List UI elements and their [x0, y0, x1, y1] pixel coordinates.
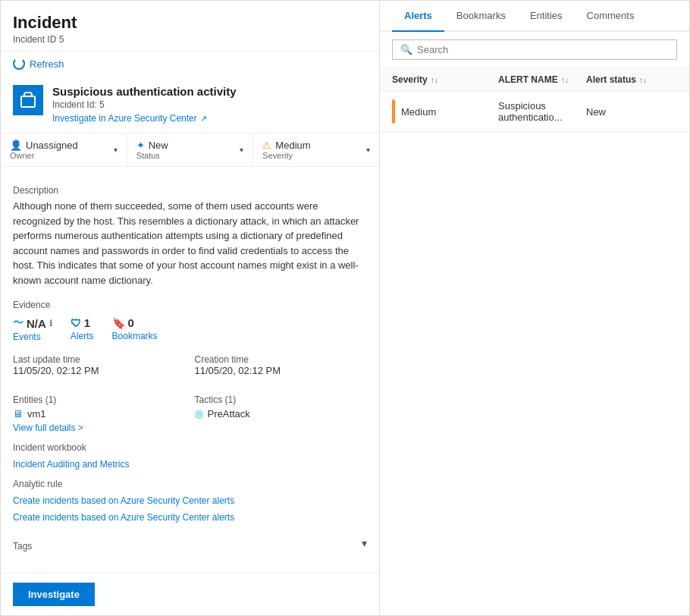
bookmarks-value: 0: [128, 316, 134, 329]
status-chevron: ▾: [240, 146, 243, 154]
incident-icon: [13, 85, 43, 115]
refresh-icon: [13, 58, 25, 70]
last-update-value: 11/05/20, 02:12 PM: [13, 365, 99, 376]
right-panel: Alerts Bookmarks Entities Comments 🔍: [380, 1, 689, 615]
tags-section: Tags ▾: [13, 532, 367, 555]
table-row[interactable]: Medium Suspicious authenticatio... New: [380, 92, 689, 132]
incident-info: Suspicious authentication activity Incid…: [1, 76, 379, 134]
alerts-value: 1: [84, 316, 90, 329]
workbook-label: Incident workbook: [13, 442, 367, 453]
computer-icon: 🖥: [13, 408, 23, 420]
workbook-section: Incident workbook Incident Auditing and …: [13, 442, 367, 470]
investigate-button[interactable]: Investigate: [13, 583, 95, 606]
user-icon: 👤: [10, 140, 22, 151]
analytic-label: Analytic rule: [13, 479, 367, 489]
tactics-section: Tactics (1) ◎ PreAttack: [195, 385, 368, 433]
severity-sort-icon[interactable]: ↑↓: [431, 76, 438, 84]
alerts-evidence: 🛡 1 Alerts: [71, 316, 94, 342]
last-update-item: Last update time 11/05/20, 02:12 PM: [13, 354, 186, 376]
evidence-label: Evidence: [13, 300, 367, 310]
analytic-link-1: Create incidents based on Azure Security…: [13, 492, 367, 506]
status-label: Status: [136, 151, 168, 160]
incident-content: Description Although none of them succee…: [1, 167, 379, 573]
severity-icon: ⚠: [262, 140, 271, 151]
incident-details: Suspicious authentication activity Incid…: [52, 85, 367, 124]
entities-section: Entities (1) 🖥 vm1 View full details >: [13, 385, 186, 433]
external-link-icon: ↗: [200, 114, 207, 124]
description-label: Description: [13, 185, 367, 196]
alert-name-col-header: ALERT NAME ↑↓: [498, 74, 586, 85]
tabs-bar: Alerts Bookmarks Entities Comments: [380, 1, 689, 32]
owner-label: Owner: [10, 151, 78, 160]
workbook-link[interactable]: Incident Auditing and Metrics: [13, 459, 129, 470]
severity-cell: Medium: [392, 99, 498, 124]
owner-value: Unassigned: [26, 140, 78, 151]
evidence-section: Evidence 〜 N/A ℹ Events: [13, 300, 367, 342]
alert-name-cell: Suspicious authenticatio...: [498, 100, 586, 123]
tab-alerts[interactable]: Alerts: [392, 1, 444, 32]
tactic-name: PreAttack: [208, 408, 250, 420]
alerts-icon: 🛡: [71, 317, 81, 329]
analytic-section: Analytic rule Create incidents based on …: [13, 479, 367, 523]
search-input[interactable]: [417, 44, 669, 55]
owner-dropdown[interactable]: 👤 Unassigned Owner ▾: [1, 134, 127, 166]
table-header: Severity ↑↓ ALERT NAME ↑↓ Alert status ↑…: [380, 68, 689, 92]
incident-header: Incident Incident ID 5: [1, 1, 379, 52]
tactics-label: Tactics (1): [195, 394, 368, 405]
events-link[interactable]: Events: [13, 332, 52, 342]
investigate-link[interactable]: Investigate in Azure Security Center ↗: [52, 113, 207, 124]
bookmarks-link[interactable]: Bookmarks: [112, 331, 158, 341]
search-wrapper: 🔍: [392, 39, 677, 60]
alerts-table: Severity ↑↓ ALERT NAME ↑↓ Alert status ↑…: [380, 68, 689, 615]
briefcase-icon: [19, 91, 37, 109]
meta-grid: Last update time 11/05/20, 02:12 PM Crea…: [13, 354, 367, 376]
entities-tactics-grid: Entities (1) 🖥 vm1 View full details > T…: [13, 385, 367, 433]
status-icon: ✦: [136, 140, 145, 151]
search-bar: 🔍: [380, 32, 689, 68]
refresh-label: Refresh: [30, 58, 64, 70]
tab-entities[interactable]: Entities: [518, 1, 575, 32]
severity-value: Medium: [275, 140, 310, 151]
entities-label: Entities (1): [13, 394, 186, 405]
severity-col-header: Severity ↑↓: [392, 74, 498, 85]
incident-subid: Incident Id: 5: [52, 99, 367, 110]
page-title: Incident: [13, 13, 367, 33]
alert-status-cell: New: [586, 106, 677, 118]
events-evidence: 〜 N/A ℹ Events: [13, 316, 52, 342]
severity-text: Medium: [401, 106, 436, 118]
alerts-link[interactable]: Alerts: [71, 331, 94, 341]
severity-bar: [392, 99, 395, 124]
status-sort-icon[interactable]: ↑↓: [639, 76, 647, 84]
creation-value: 11/05/20, 02:12 PM: [195, 365, 281, 376]
tactic-item: ◎ PreAttack: [195, 408, 368, 420]
incident-name: Suspicious authentication activity: [52, 85, 367, 98]
investigate-footer: Investigate: [1, 573, 379, 615]
status-col-header: Alert status ↑↓: [586, 74, 677, 85]
entity-item: 🖥 vm1: [13, 408, 186, 420]
creation-label: Creation time: [195, 354, 368, 365]
bookmarks-evidence: 🔖 0 Bookmarks: [112, 316, 158, 342]
severity-dropdown[interactable]: ⚠ Medium Severity ▾: [253, 134, 379, 166]
status-value: New: [149, 140, 168, 151]
bookmark-icon: 🔖: [112, 317, 125, 329]
last-update-label: Last update time: [13, 354, 186, 365]
entity-name: vm1: [27, 408, 46, 420]
events-icon: 〜: [13, 316, 24, 330]
refresh-button[interactable]: Refresh: [1, 52, 379, 76]
description-text: Although none of them succeeded, some of…: [13, 199, 367, 288]
view-full-link[interactable]: View full details >: [13, 423, 83, 433]
info-icon: ℹ: [49, 319, 52, 328]
analytic-link-2: Create incidents based on Azure Security…: [13, 509, 367, 523]
tab-bookmarks[interactable]: Bookmarks: [444, 1, 518, 32]
incident-id: Incident ID 5: [13, 34, 367, 45]
status-dropdown[interactable]: ✦ New Status ▾: [127, 134, 254, 166]
tab-comments[interactable]: Comments: [575, 1, 647, 32]
evidence-items: 〜 N/A ℹ Events 🛡 1: [13, 316, 367, 342]
alert-name-sort-icon[interactable]: ↑↓: [561, 76, 569, 84]
owner-chevron: ▾: [114, 146, 118, 154]
tags-label: Tags: [13, 541, 32, 552]
events-value: N/A: [27, 317, 46, 330]
controls-bar: 👤 Unassigned Owner ▾ ✦ New Status ▾: [1, 134, 379, 167]
severity-label: Severity: [262, 151, 310, 160]
severity-chevron: ▾: [366, 146, 370, 154]
